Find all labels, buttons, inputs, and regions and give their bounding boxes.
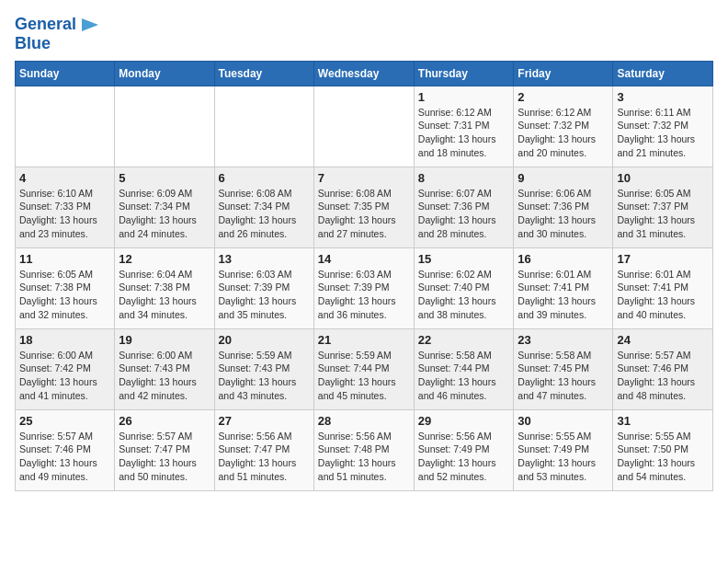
day-detail: Sunrise: 6:08 AMSunset: 7:35 PMDaylight:… [318,187,410,241]
calendar-cell: 31Sunrise: 5:55 AMSunset: 7:50 PMDayligh… [613,409,713,490]
col-header-wednesday: Wednesday [313,61,414,86]
day-number: 13 [219,252,310,266]
calendar-cell: 13Sunrise: 6:03 AMSunset: 7:39 PMDayligh… [214,247,313,328]
col-header-sunday: Sunday [16,61,115,86]
day-detail: Sunrise: 6:03 AMSunset: 7:39 PMDaylight:… [219,268,310,322]
calendar-cell [313,86,414,167]
calendar-cell: 11Sunrise: 6:05 AMSunset: 7:38 PMDayligh… [16,247,115,328]
day-detail: Sunrise: 5:59 AMSunset: 7:43 PMDaylight:… [219,349,310,403]
calendar-cell: 21Sunrise: 5:59 AMSunset: 7:44 PMDayligh… [313,328,414,409]
day-number: 23 [518,333,609,347]
calendar-cell: 5Sunrise: 6:09 AMSunset: 7:34 PMDaylight… [115,167,214,247]
day-detail: Sunrise: 6:07 AMSunset: 7:36 PMDaylight:… [418,187,510,241]
calendar-cell: 23Sunrise: 5:58 AMSunset: 7:45 PMDayligh… [514,328,613,409]
calendar-cell: 2Sunrise: 6:12 AMSunset: 7:32 PMDaylight… [514,86,613,167]
calendar-cell: 24Sunrise: 5:57 AMSunset: 7:46 PMDayligh… [613,328,713,409]
day-detail: Sunrise: 6:01 AMSunset: 7:41 PMDaylight:… [617,268,709,322]
day-detail: Sunrise: 6:04 AMSunset: 7:38 PMDaylight:… [119,268,210,322]
calendar-cell: 30Sunrise: 5:55 AMSunset: 7:49 PMDayligh… [514,409,613,490]
calendar-cell: 15Sunrise: 6:02 AMSunset: 7:40 PMDayligh… [414,247,514,328]
day-number: 4 [19,171,110,185]
page-header: General Blue [15,15,713,53]
day-number: 22 [418,333,510,347]
day-detail: Sunrise: 5:56 AMSunset: 7:48 PMDaylight:… [318,430,410,484]
day-detail: Sunrise: 5:57 AMSunset: 7:47 PMDaylight:… [119,430,210,484]
day-detail: Sunrise: 5:55 AMSunset: 7:49 PMDaylight:… [518,430,609,484]
day-number: 16 [518,252,609,266]
col-header-saturday: Saturday [613,61,713,86]
day-number: 15 [418,252,510,266]
day-number: 14 [318,252,410,266]
day-detail: Sunrise: 5:56 AMSunset: 7:47 PMDaylight:… [219,430,310,484]
calendar-cell: 10Sunrise: 6:05 AMSunset: 7:37 PMDayligh… [613,167,713,247]
calendar-cell: 14Sunrise: 6:03 AMSunset: 7:39 PMDayligh… [313,247,414,328]
day-number: 7 [318,171,410,185]
day-number: 1 [418,90,510,104]
day-number: 26 [119,414,210,428]
day-detail: Sunrise: 5:56 AMSunset: 7:49 PMDaylight:… [418,430,510,484]
calendar-cell: 9Sunrise: 6:06 AMSunset: 7:36 PMDaylight… [514,167,613,247]
col-header-tuesday: Tuesday [214,61,313,86]
day-number: 2 [518,90,609,104]
calendar-cell: 17Sunrise: 6:01 AMSunset: 7:41 PMDayligh… [613,247,713,328]
calendar-cell [214,86,313,167]
day-number: 12 [119,252,210,266]
day-detail: Sunrise: 6:10 AMSunset: 7:33 PMDaylight:… [19,187,110,241]
day-number: 30 [518,414,609,428]
day-detail: Sunrise: 6:01 AMSunset: 7:41 PMDaylight:… [518,268,609,322]
day-detail: Sunrise: 6:09 AMSunset: 7:34 PMDaylight:… [119,187,210,241]
day-detail: Sunrise: 6:05 AMSunset: 7:38 PMDaylight:… [19,268,110,322]
day-number: 20 [219,333,310,347]
day-number: 29 [418,414,510,428]
svg-marker-0 [82,18,98,31]
calendar-cell: 12Sunrise: 6:04 AMSunset: 7:38 PMDayligh… [115,247,214,328]
calendar-cell: 6Sunrise: 6:08 AMSunset: 7:34 PMDaylight… [214,167,313,247]
week-row-1: 1Sunrise: 6:12 AMSunset: 7:31 PMDaylight… [16,86,713,167]
day-number: 18 [19,333,110,347]
calendar-cell: 27Sunrise: 5:56 AMSunset: 7:47 PMDayligh… [214,409,313,490]
logo: General Blue [15,15,100,53]
week-row-4: 18Sunrise: 6:00 AMSunset: 7:42 PMDayligh… [16,328,713,409]
day-detail: Sunrise: 6:02 AMSunset: 7:40 PMDaylight:… [418,268,510,322]
calendar-cell: 29Sunrise: 5:56 AMSunset: 7:49 PMDayligh… [414,409,514,490]
day-detail: Sunrise: 6:12 AMSunset: 7:32 PMDaylight:… [518,106,609,160]
day-detail: Sunrise: 6:03 AMSunset: 7:39 PMDaylight:… [318,268,410,322]
day-detail: Sunrise: 5:58 AMSunset: 7:45 PMDaylight:… [518,349,609,403]
calendar-cell: 22Sunrise: 5:58 AMSunset: 7:44 PMDayligh… [414,328,514,409]
day-number: 27 [219,414,310,428]
calendar-cell: 20Sunrise: 5:59 AMSunset: 7:43 PMDayligh… [214,328,313,409]
week-row-2: 4Sunrise: 6:10 AMSunset: 7:33 PMDaylight… [16,167,713,247]
day-number: 5 [119,171,210,185]
calendar-cell [16,86,115,167]
calendar-cell: 26Sunrise: 5:57 AMSunset: 7:47 PMDayligh… [115,409,214,490]
logo-text-line1: General [15,16,76,34]
day-number: 10 [617,171,709,185]
day-number: 28 [318,414,410,428]
calendar-cell: 8Sunrise: 6:07 AMSunset: 7:36 PMDaylight… [414,167,514,247]
day-detail: Sunrise: 6:00 AMSunset: 7:42 PMDaylight:… [19,349,110,403]
col-header-thursday: Thursday [414,61,514,86]
day-detail: Sunrise: 5:58 AMSunset: 7:44 PMDaylight:… [418,349,510,403]
calendar-cell: 7Sunrise: 6:08 AMSunset: 7:35 PMDaylight… [313,167,414,247]
day-detail: Sunrise: 5:57 AMSunset: 7:46 PMDaylight:… [617,349,709,403]
calendar-table: SundayMondayTuesdayWednesdayThursdayFrid… [15,61,713,491]
day-detail: Sunrise: 6:05 AMSunset: 7:37 PMDaylight:… [617,187,709,241]
calendar-cell: 4Sunrise: 6:10 AMSunset: 7:33 PMDaylight… [16,167,115,247]
day-detail: Sunrise: 5:57 AMSunset: 7:46 PMDaylight:… [19,430,110,484]
day-number: 8 [418,171,510,185]
col-header-friday: Friday [514,61,613,86]
logo-text-line2: Blue [15,35,51,53]
col-header-monday: Monday [115,61,214,86]
day-detail: Sunrise: 6:12 AMSunset: 7:31 PMDaylight:… [418,106,510,160]
calendar-header-row: SundayMondayTuesdayWednesdayThursdayFrid… [16,61,713,86]
day-number: 24 [617,333,709,347]
day-detail: Sunrise: 6:08 AMSunset: 7:34 PMDaylight:… [219,187,310,241]
day-number: 25 [19,414,110,428]
week-row-5: 25Sunrise: 5:57 AMSunset: 7:46 PMDayligh… [16,409,713,490]
week-row-3: 11Sunrise: 6:05 AMSunset: 7:38 PMDayligh… [16,247,713,328]
logo-arrow-icon [80,15,100,35]
day-number: 3 [617,90,709,104]
calendar-cell: 18Sunrise: 6:00 AMSunset: 7:42 PMDayligh… [16,328,115,409]
day-detail: Sunrise: 5:59 AMSunset: 7:44 PMDaylight:… [318,349,410,403]
day-detail: Sunrise: 6:00 AMSunset: 7:43 PMDaylight:… [119,349,210,403]
